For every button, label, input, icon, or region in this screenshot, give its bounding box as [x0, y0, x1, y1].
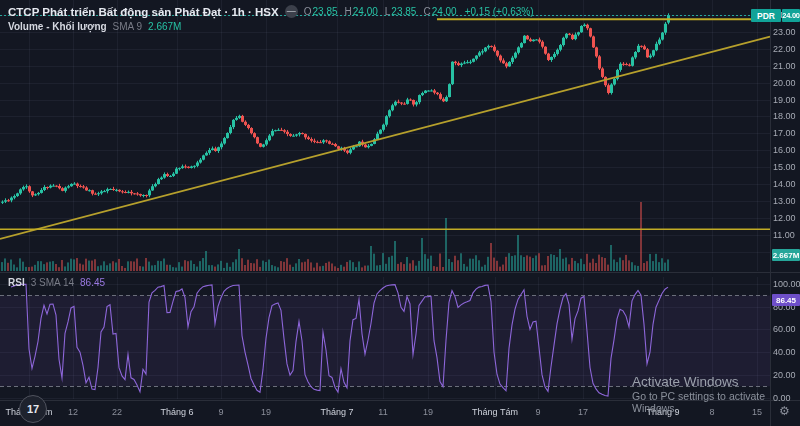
symbol-legend[interactable]: CTCP Phát triển Bất động sản Phát Đạt · …	[8, 5, 534, 18]
time-axis-label: 11	[378, 407, 387, 417]
price-axis-label: 14.00	[773, 179, 796, 189]
volume-indicator-params: SMA 9	[113, 21, 142, 32]
low-value: 23.85	[391, 6, 416, 17]
trading-chart-app: CTCP Phát triển Bất động sản Phát Đạt · …	[0, 0, 800, 426]
price-axis-label: 16.00	[773, 145, 796, 155]
time-axis-label: Tháng Tám	[472, 407, 518, 417]
price-axis-label: 15.00	[773, 162, 796, 172]
pane-separator[interactable]	[0, 272, 800, 273]
low-label: L	[385, 6, 391, 17]
high-label: H	[345, 6, 352, 17]
symbol-title: CTCP Phát triển Bất động sản Phát Đạt · …	[8, 6, 279, 18]
price-axis-label: 19.00	[773, 95, 796, 105]
time-axis-label: 19	[261, 407, 271, 417]
rsi-indicator-params: 3 SMA 14	[31, 277, 74, 288]
close-value: 24.00	[432, 6, 457, 17]
volume-legend[interactable]: Volume - Khối lượng SMA 9 2.667M	[8, 21, 181, 32]
ohlc-values: O23.85 H24.00 L23.85 C24.00 +0.15 (+0.63…	[304, 6, 534, 17]
rsi-current-value: 86.45	[80, 277, 105, 288]
high-value: 24.00	[353, 6, 378, 17]
activate-windows-watermark: Activate Windows	[632, 374, 739, 389]
volume-indicator-name: Volume - Khối lượng	[8, 21, 107, 32]
price-axis-label: 13.00	[773, 196, 796, 206]
volume-sma-value: 2.667M	[148, 21, 181, 32]
current-price-badge: 24.00	[782, 9, 800, 22]
price-axis-label: 23.00	[773, 27, 796, 37]
open-value: 23.85	[313, 6, 338, 17]
rsi-indicator-name: RSI	[8, 277, 25, 288]
price-axis-label: 21.00	[773, 61, 796, 71]
price-chart-canvas[interactable]	[0, 0, 800, 400]
price-axis-label: 12.00	[773, 213, 796, 223]
open-label: O	[304, 6, 312, 17]
change-value: +0.15 (+0.63%)	[465, 6, 534, 17]
time-axis-label: Tháng 7	[320, 407, 353, 417]
close-label: C	[423, 6, 430, 17]
time-axis-label: 17	[578, 407, 588, 417]
rsi-axis-label: 40.00	[773, 347, 796, 357]
collapse-legend-icon[interactable]: —	[285, 5, 298, 18]
price-axis-label: 20.00	[773, 78, 796, 88]
rsi-axis-label: 20.00	[773, 370, 796, 380]
rsi-axis-badge: 86.45	[772, 294, 800, 306]
rsi-axis-label: 100.00	[773, 279, 800, 289]
price-axis-separator	[770, 0, 771, 426]
time-axis-label: 19	[423, 407, 433, 417]
price-axis-label: 17.00	[773, 128, 796, 138]
rsi-legend[interactable]: RSI 3 SMA 14 86.45	[8, 277, 105, 288]
time-axis-label: Tháng 6	[160, 407, 193, 417]
symbol-price-label: PDR	[751, 9, 781, 22]
volume-axis-badge: 2.667M	[772, 249, 800, 261]
time-axis-label: 12	[68, 407, 78, 417]
activate-windows-subtext: Go to PC settings to activate Windows.	[632, 390, 800, 414]
price-axis-label: 22.00	[773, 44, 796, 54]
time-axis-label: 9	[218, 407, 223, 417]
price-axis-label: 11.00	[773, 230, 795, 240]
rsi-axis-label: 60.00	[773, 324, 796, 334]
price-axis-label: 18.00	[773, 111, 796, 121]
time-axis-label: 9	[535, 407, 540, 417]
tradingview-logo[interactable]: 17	[19, 395, 47, 423]
time-axis-label: 22	[112, 407, 122, 417]
